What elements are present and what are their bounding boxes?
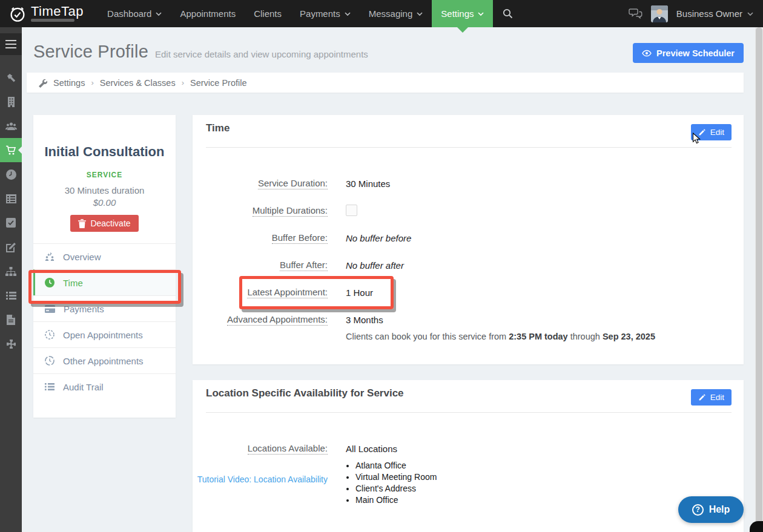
deactivate-button[interactable]: Deactivate xyxy=(70,215,138,232)
top-navbar: TimeTap Dashboard Appointments Clients P… xyxy=(0,0,763,27)
sidebar-item-staff[interactable] xyxy=(0,259,22,283)
brand-logo[interactable]: TimeTap xyxy=(0,0,90,27)
list-icon xyxy=(45,383,54,390)
question-circle-icon: ? xyxy=(692,504,704,516)
nav-messaging[interactable]: Messaging xyxy=(360,0,432,27)
nav-dashboard[interactable]: Dashboard xyxy=(98,0,171,27)
nav-payments[interactable]: Payments xyxy=(291,0,360,27)
menu-item-audit-trail[interactable]: Audit Trail xyxy=(33,373,176,399)
sidebar-item-tasks[interactable] xyxy=(0,211,22,235)
chevron-down-icon xyxy=(156,12,162,16)
clock-icon xyxy=(6,169,16,180)
menu-item-overview[interactable]: Overview xyxy=(33,243,176,269)
chevron-down-icon xyxy=(478,12,484,16)
time-panel-title: Time xyxy=(206,122,230,134)
active-notch xyxy=(18,146,22,154)
check-square-icon xyxy=(6,218,16,228)
sidebar-item-documents[interactable] xyxy=(0,307,22,332)
credit-card-icon xyxy=(45,305,55,313)
file-icon xyxy=(7,315,15,325)
tutorial-video-link[interactable]: Tutorial Video: Location Availability xyxy=(193,474,328,485)
field-buffer-before: Buffer Before: No buffer before xyxy=(193,225,744,252)
sidebar-item-clients[interactable] xyxy=(0,114,22,138)
cart-icon xyxy=(5,145,16,156)
users-icon xyxy=(5,122,17,131)
main-nav: Dashboard Appointments Clients Payments … xyxy=(98,0,523,27)
page-content: Service Profile Edit service details and… xyxy=(22,27,755,532)
search-button[interactable] xyxy=(493,0,523,27)
nav-appointments[interactable]: Appointments xyxy=(171,0,245,27)
clock-history-icon xyxy=(45,356,54,366)
location-item: Main Office xyxy=(355,494,437,506)
preview-scheduler-button[interactable]: Preview Scheduler xyxy=(633,43,744,63)
menu-item-open-appointments[interactable]: Open Appointments xyxy=(33,321,176,347)
location-item: Atlanta Office xyxy=(355,460,437,471)
field-latest-appointment: Latest Appointment: 1 Hour xyxy=(193,279,744,306)
service-type-badge: SERVICE xyxy=(33,171,176,179)
page-subtitle: Edit service details and view upcoming a… xyxy=(155,49,368,59)
overview-icon xyxy=(45,252,54,261)
menu-item-payments[interactable]: Payments xyxy=(33,295,176,321)
avatar[interactable] xyxy=(651,5,668,22)
hamburger-icon xyxy=(5,40,16,48)
sidebar-item-reports[interactable] xyxy=(0,283,22,307)
search-icon xyxy=(503,8,513,19)
brand-name: TimeTap xyxy=(31,5,84,18)
location-panel-title: Location Specific Availability for Servi… xyxy=(206,387,404,399)
menu-item-time[interactable]: Time xyxy=(33,269,176,295)
user-menu[interactable]: Business Owner xyxy=(676,8,753,19)
service-price: $0.00 xyxy=(33,197,176,208)
locations-available-label: Locations Available: xyxy=(248,443,328,455)
alarm-clock-icon xyxy=(8,5,27,23)
wrench-icon xyxy=(38,78,47,88)
trash-icon xyxy=(78,219,86,228)
scrollbar-thumb[interactable] xyxy=(756,27,762,532)
sidebar-item-hours[interactable] xyxy=(0,162,22,186)
page-title: Service Profile xyxy=(33,42,148,62)
sidebar-item-lists[interactable] xyxy=(0,186,22,211)
breadcrumb-settings[interactable]: Settings xyxy=(53,78,85,88)
field-buffer-after: Buffer After: No buffer after xyxy=(193,252,744,279)
pencil-icon xyxy=(698,393,706,401)
building-icon xyxy=(7,97,16,107)
list-icon xyxy=(6,292,16,300)
time-panel: Time Edit Service Duration: 30 Minutes M… xyxy=(193,115,744,364)
divider xyxy=(206,147,732,148)
chevron-down-icon xyxy=(747,12,753,16)
sitemap-icon xyxy=(5,267,16,276)
service-summary-card: Initial Consultation SERVICE 30 Minutes … xyxy=(33,115,176,418)
pencil-square-icon xyxy=(6,242,16,252)
sidebar-item-addons[interactable] xyxy=(0,332,22,356)
field-multiple-durations: Multiple Durations: xyxy=(193,197,744,225)
sidebar-item-forms[interactable] xyxy=(0,235,22,259)
help-button[interactable]: ? Help xyxy=(678,496,744,523)
menu-toggle-button[interactable] xyxy=(0,33,22,55)
sidebar-item-setup[interactable] xyxy=(0,65,22,90)
location-item: Virtual Meeting Room xyxy=(355,471,437,483)
clock-dashed-icon xyxy=(45,330,54,340)
breadcrumb-services-classes[interactable]: Services & Classes xyxy=(100,78,176,88)
location-edit-button[interactable]: Edit xyxy=(691,389,732,406)
hammer-icon xyxy=(6,73,16,83)
location-item: Client's Address xyxy=(355,483,437,494)
puzzle-icon xyxy=(6,339,16,349)
sidebar-item-business[interactable] xyxy=(0,90,22,114)
table-list-icon xyxy=(6,194,16,203)
location-panel: Location Specific Availability for Servi… xyxy=(193,380,744,532)
nav-settings[interactable]: Settings xyxy=(432,0,493,27)
chevron-down-icon xyxy=(345,12,351,16)
menu-item-other-appointments[interactable]: Other Appointments xyxy=(33,347,176,373)
nav-clients[interactable]: Clients xyxy=(245,0,291,27)
clock-filled-icon xyxy=(45,278,54,287)
scrollbar-track[interactable] xyxy=(755,27,763,532)
field-service-duration: Service Duration: 30 Minutes xyxy=(193,170,744,197)
field-advanced-appointments: Advanced Appointments: 3 Months xyxy=(193,306,744,333)
breadcrumb-separator: › xyxy=(91,78,93,87)
multiple-durations-checkbox[interactable] xyxy=(346,205,357,216)
sidebar-item-services[interactable] xyxy=(0,138,22,162)
booking-window-note: Clients can book you for this service fr… xyxy=(346,332,655,341)
icon-sidebar xyxy=(0,27,22,532)
chat-icon[interactable] xyxy=(629,8,642,19)
service-menu: Overview Time Payments Open Appointments… xyxy=(33,243,176,399)
logo-tagline xyxy=(31,19,74,22)
